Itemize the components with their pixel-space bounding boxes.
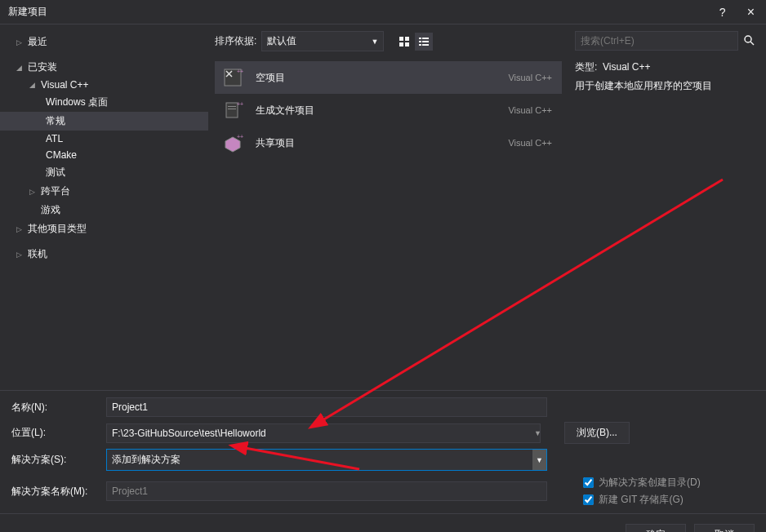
tree-node-vcpp[interactable]: ◢ Visual C++ bbox=[0, 77, 208, 93]
svg-rect-9 bbox=[422, 44, 429, 46]
svg-rect-7 bbox=[422, 41, 429, 42]
template-item-shared[interactable]: ++ 共享项目 Visual C++ bbox=[215, 126, 562, 159]
search-icon[interactable] bbox=[738, 34, 759, 48]
svg-line-19 bbox=[750, 42, 754, 45]
sort-label: 排序依据: bbox=[215, 34, 256, 48]
tree-node-cmake[interactable]: CMake bbox=[0, 147, 208, 163]
svg-rect-15 bbox=[228, 109, 236, 109]
view-grid-button[interactable] bbox=[395, 33, 413, 51]
chevron-right-icon: ▷ bbox=[29, 188, 38, 196]
browse-button[interactable]: 浏览(B)... bbox=[564, 422, 630, 444]
svg-text:++: ++ bbox=[237, 101, 243, 107]
template-icon: ++ bbox=[221, 99, 244, 122]
solution-name-label: 解决方案名称(M): bbox=[11, 485, 100, 499]
ok-button[interactable]: 确定 bbox=[626, 524, 686, 532]
location-label: 位置(L): bbox=[11, 426, 100, 440]
solution-name-input[interactable] bbox=[106, 481, 547, 501]
type-line: 类型: Visual C++ bbox=[575, 60, 759, 74]
help-button[interactable]: ? bbox=[710, 0, 736, 24]
template-item-makefile[interactable]: ++ 生成文件项目 Visual C++ bbox=[215, 94, 562, 126]
tree-node-windows-desktop[interactable]: Windows 桌面 bbox=[0, 93, 208, 112]
tree-node-test[interactable]: 测试 bbox=[0, 163, 208, 182]
titlebar: 新建项目 ? × bbox=[0, 0, 766, 24]
name-input[interactable] bbox=[106, 397, 547, 417]
solution-dropdown[interactable]: 添加到解决方案 ▼ bbox=[106, 449, 547, 471]
tree-node-games[interactable]: ▷ 游戏 bbox=[0, 201, 208, 219]
tree-node-atl[interactable]: ATL bbox=[0, 131, 208, 147]
details-pane: 类型: Visual C++ 用于创建本地应用程序的空项目 bbox=[568, 24, 766, 390]
dialog-title: 新建项目 bbox=[8, 5, 710, 19]
template-icon: ++ bbox=[221, 66, 244, 89]
sort-dropdown[interactable]: 默认值 ▼ bbox=[261, 31, 384, 51]
category-sidebar: ▷ 最近 ◢ 已安装 ◢ Visual C++ Windows 桌面 常规 AT… bbox=[0, 24, 208, 390]
svg-point-18 bbox=[745, 36, 751, 42]
svg-rect-14 bbox=[228, 106, 236, 107]
grid-icon bbox=[399, 36, 410, 47]
form-area: 名称(N): 位置(L): ▼ 浏览(B)... 解决方案(S): 添加到解决方… bbox=[0, 390, 766, 513]
svg-rect-12 bbox=[226, 103, 238, 117]
git-checkbox[interactable] bbox=[583, 494, 594, 505]
view-list-button[interactable] bbox=[415, 33, 433, 51]
chevron-down-icon: ▼ bbox=[532, 450, 546, 470]
chevron-down-icon[interactable]: ▼ bbox=[534, 429, 541, 437]
name-label: 名称(N): bbox=[11, 401, 100, 415]
chevron-right-icon: ▷ bbox=[16, 250, 24, 259]
svg-text:++: ++ bbox=[237, 134, 243, 140]
chevron-down-icon: ▼ bbox=[371, 38, 378, 46]
git-label: 新建 GIT 存储库(G) bbox=[599, 493, 684, 507]
location-input[interactable] bbox=[106, 423, 541, 443]
tree-node-recent[interactable]: ▷ 最近 bbox=[0, 33, 208, 51]
chevron-right-icon: ▷ bbox=[16, 225, 24, 233]
svg-rect-3 bbox=[405, 42, 409, 47]
solution-label: 解决方案(S): bbox=[11, 453, 100, 467]
chevron-down-icon: ◢ bbox=[29, 81, 38, 89]
svg-rect-5 bbox=[422, 38, 429, 39]
dialog-buttons: 确定 取消 bbox=[0, 513, 766, 532]
search-input[interactable] bbox=[575, 31, 738, 51]
svg-rect-6 bbox=[419, 41, 421, 42]
template-icon: ++ bbox=[221, 131, 244, 154]
tree-node-installed[interactable]: ◢ 已安装 bbox=[0, 58, 208, 77]
svg-rect-4 bbox=[419, 38, 421, 39]
toolbar: 排序依据: 默认值 ▼ bbox=[208, 24, 568, 58]
create-dir-label: 为解决方案创建目录(D) bbox=[599, 476, 701, 490]
svg-text:++: ++ bbox=[237, 69, 243, 74]
create-dir-checkbox[interactable] bbox=[583, 477, 594, 488]
template-item-empty[interactable]: ++ 空项目 Visual C++ bbox=[215, 61, 562, 94]
cancel-button[interactable]: 取消 bbox=[694, 524, 755, 532]
close-button[interactable]: × bbox=[736, 0, 766, 24]
tree-node-general[interactable]: 常规 bbox=[0, 112, 208, 131]
chevron-right-icon: ▷ bbox=[16, 38, 24, 47]
template-description: 用于创建本地应用程序的空项目 bbox=[575, 79, 759, 93]
list-icon bbox=[418, 36, 430, 47]
tree-node-other-types[interactable]: ▷ 其他项目类型 bbox=[0, 219, 208, 238]
template-list: ++ 空项目 Visual C++ ++ 生成文件项目 Visual C++ +… bbox=[208, 58, 568, 390]
tree-node-online[interactable]: ▷ 联机 bbox=[0, 245, 208, 264]
svg-rect-2 bbox=[399, 42, 403, 47]
chevron-down-icon: ◢ bbox=[16, 64, 24, 72]
svg-rect-0 bbox=[399, 37, 403, 41]
tree-node-cross-platform[interactable]: ▷ 跨平台 bbox=[0, 182, 208, 201]
svg-rect-8 bbox=[419, 44, 421, 46]
svg-rect-1 bbox=[405, 37, 409, 41]
